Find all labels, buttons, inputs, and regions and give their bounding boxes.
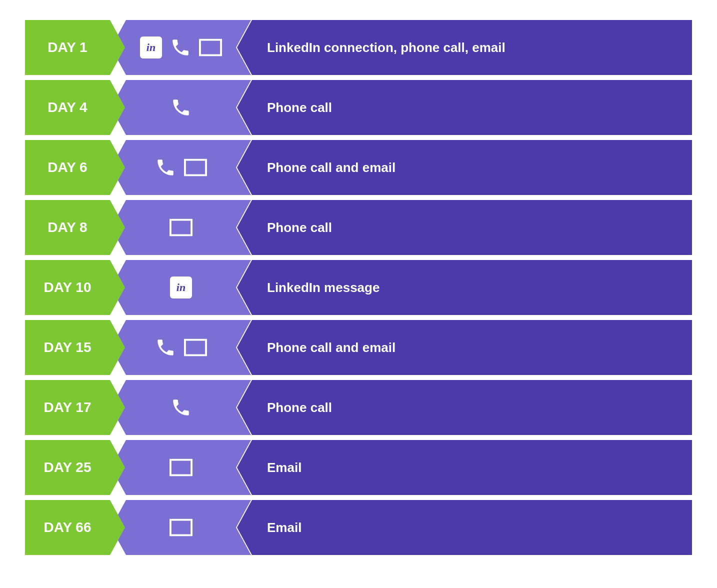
timeline-row: DAY 15 Phone call and email [25, 320, 692, 375]
timeline: DAY 1in LinkedIn connection, phone call,… [10, 10, 707, 565]
description-label: LinkedIn message [237, 260, 692, 315]
icon-area [111, 320, 251, 375]
timeline-row: DAY 4 Phone call [25, 80, 692, 135]
day-label: DAY 1 [25, 20, 125, 75]
email-icon [199, 38, 222, 56]
day-label: DAY 6 [25, 140, 125, 195]
icon-area: in [111, 260, 251, 315]
icon-area [111, 140, 251, 195]
description-label: Email [237, 500, 692, 555]
timeline-row: DAY 25 Email [25, 440, 692, 495]
description-label: Email [237, 440, 692, 495]
description-label: Phone call and email [237, 140, 692, 195]
timeline-row: DAY 1in LinkedIn connection, phone call,… [25, 20, 692, 75]
description-label: Phone call [237, 80, 692, 135]
timeline-row: DAY 8 Phone call [25, 200, 692, 255]
day-label: DAY 66 [25, 500, 125, 555]
description-label: Phone call and email [237, 320, 692, 375]
icon-area [111, 80, 251, 135]
email-icon [170, 518, 192, 536]
icon-area [111, 440, 251, 495]
phone-icon [170, 37, 191, 58]
description-label: LinkedIn connection, phone call, email [237, 20, 692, 75]
day-label: DAY 17 [25, 380, 125, 435]
icon-area: in [111, 20, 251, 75]
phone-icon [170, 97, 192, 118]
timeline-row: DAY 17 Phone call [25, 380, 692, 435]
timeline-row: DAY 66 Email [25, 500, 692, 555]
timeline-row: DAY 10inLinkedIn message [25, 260, 692, 315]
email-icon [170, 458, 192, 476]
linkedin-icon: in [140, 36, 162, 58]
day-label: DAY 25 [25, 440, 125, 495]
icon-area [111, 380, 251, 435]
description-label: Phone call [237, 380, 692, 435]
email-icon [170, 218, 192, 236]
day-label: DAY 10 [25, 260, 125, 315]
icon-area [111, 500, 251, 555]
day-label: DAY 4 [25, 80, 125, 135]
phone-icon [155, 337, 176, 358]
linkedin-icon: in [170, 276, 192, 298]
email-icon [184, 158, 207, 176]
description-label: Phone call [237, 200, 692, 255]
phone-icon [170, 397, 192, 418]
email-icon [184, 338, 207, 356]
day-label: DAY 15 [25, 320, 125, 375]
day-label: DAY 8 [25, 200, 125, 255]
timeline-row: DAY 6 Phone call and email [25, 140, 692, 195]
phone-icon [155, 157, 176, 178]
icon-area [111, 200, 251, 255]
